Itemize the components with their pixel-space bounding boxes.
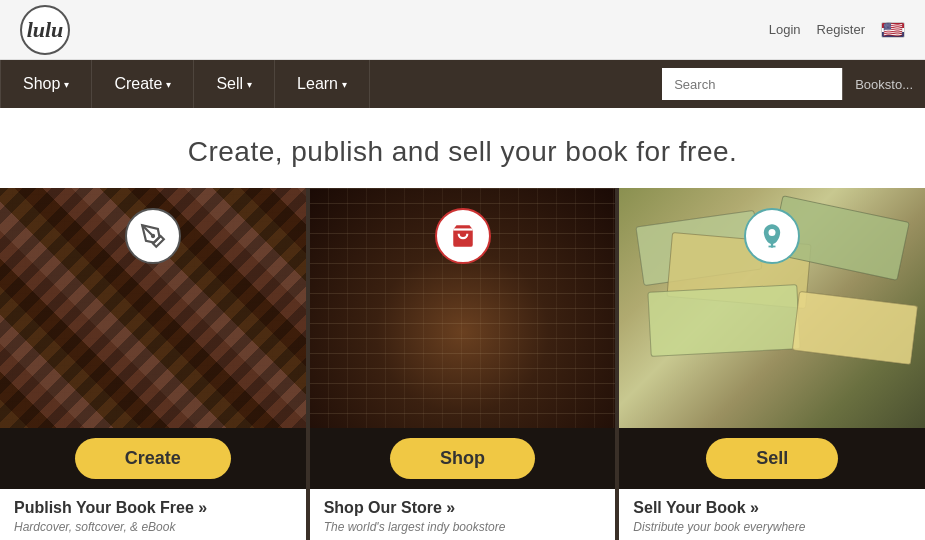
cards-container: Create Publish Your Book Free » Hardcove… (0, 188, 925, 540)
logo-text: lulu (27, 17, 64, 43)
shop-card-subtitle: The world's largest indy bookstore (324, 520, 602, 534)
nav-shop-label: Shop (23, 75, 60, 93)
create-icon (125, 208, 181, 264)
shop-button-wrap: Shop (310, 428, 616, 489)
nav-sell-arrow: ▾ (247, 79, 252, 90)
nav-item-shop[interactable]: Shop ▾ (0, 60, 92, 108)
sell-card-title: Sell Your Book » (633, 499, 911, 517)
nav-sell-label: Sell (216, 75, 243, 93)
card-shop: Shop Shop Our Store » The world's larges… (310, 188, 616, 540)
create-title-link[interactable]: Publish Your Book Free » (14, 499, 207, 516)
sell-button-wrap: Sell (619, 428, 925, 489)
shop-icon (435, 208, 491, 264)
shop-button[interactable]: Shop (390, 438, 535, 479)
nav-shop-arrow: ▾ (64, 79, 69, 90)
nav-item-sell[interactable]: Sell ▾ (194, 60, 275, 108)
create-card-title: Publish Your Book Free » (14, 499, 292, 517)
shop-title-link[interactable]: Shop Our Store » (324, 499, 456, 516)
header-right: Login Register 🇺🇸 (769, 22, 905, 38)
navbar: Shop ▾ Create ▾ Sell ▾ Learn ▾ Booksto..… (0, 60, 925, 108)
logo-area: lulu (20, 5, 70, 55)
sell-button[interactable]: Sell (706, 438, 838, 479)
logo-icon: lulu (20, 5, 70, 55)
nav-learn-arrow: ▾ (342, 79, 347, 90)
card-sell: Sell Sell Your Book » Distribute your bo… (619, 188, 925, 540)
bookstore-button[interactable]: Booksto... (842, 68, 925, 100)
shop-card-info: Shop Our Store » The world's largest ind… (310, 489, 616, 540)
card-create-image (0, 188, 306, 428)
nav-learn-label: Learn (297, 75, 338, 93)
hero-tagline: Create, publish and sell your book for f… (0, 108, 925, 188)
nav-create-arrow: ▾ (166, 79, 171, 90)
search-area: Booksto... (662, 68, 925, 100)
shop-card-title: Shop Our Store » (324, 499, 602, 517)
register-link[interactable]: Register (817, 22, 865, 37)
nav-create-label: Create (114, 75, 162, 93)
card-shop-image (310, 188, 616, 428)
sell-icon (744, 208, 800, 264)
search-input[interactable] (662, 68, 842, 100)
nav-item-create[interactable]: Create ▾ (92, 60, 194, 108)
nav-items: Shop ▾ Create ▾ Sell ▾ Learn ▾ (0, 60, 662, 108)
flag-icon[interactable]: 🇺🇸 (881, 22, 905, 38)
create-button-wrap: Create (0, 428, 306, 489)
card-create: Create Publish Your Book Free » Hardcove… (0, 188, 306, 540)
create-button[interactable]: Create (75, 438, 231, 479)
sell-card-info: Sell Your Book » Distribute your book ev… (619, 489, 925, 540)
sell-title-link[interactable]: Sell Your Book » (633, 499, 759, 516)
create-card-info: Publish Your Book Free » Hardcover, soft… (0, 489, 306, 540)
login-link[interactable]: Login (769, 22, 801, 37)
svg-point-2 (769, 229, 776, 236)
svg-point-0 (151, 234, 155, 238)
card-sell-image (619, 188, 925, 428)
create-card-subtitle: Hardcover, softcover, & eBook (14, 520, 292, 534)
header: lulu Login Register 🇺🇸 (0, 0, 925, 60)
sell-card-subtitle: Distribute your book everywhere (633, 520, 911, 534)
nav-item-learn[interactable]: Learn ▾ (275, 60, 370, 108)
